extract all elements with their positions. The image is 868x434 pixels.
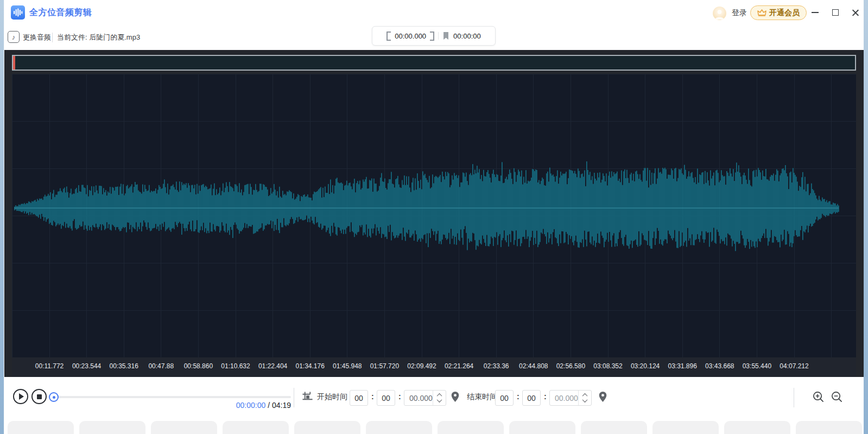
colon: : <box>544 377 547 418</box>
zoom-in-button[interactable] <box>812 390 825 403</box>
colon: : <box>517 377 519 418</box>
axis-tick-label: 01:22.404 <box>258 362 287 370</box>
desktop-background-left <box>0 0 4 434</box>
start-minutes-input[interactable]: 00 <box>377 390 395 406</box>
change-audio-button[interactable]: 更换音频 <box>23 25 51 50</box>
divider <box>438 32 439 40</box>
zoom-out-button[interactable] <box>830 390 843 403</box>
slider-track[interactable] <box>49 396 291 398</box>
right-bracket-icon <box>430 32 434 41</box>
select-range-button[interactable] <box>301 390 314 403</box>
effect-card[interactable] <box>366 421 432 434</box>
crown-icon <box>757 9 766 17</box>
chevron-down-icon[interactable] <box>582 397 588 402</box>
axis-tick-label: 03:20.124 <box>631 362 660 370</box>
colon: : <box>371 377 374 418</box>
start-time-label: 开始时间 <box>317 377 347 418</box>
effect-card[interactable] <box>294 421 360 434</box>
effect-card[interactable] <box>223 421 289 434</box>
axis-tick-label: 03:08.352 <box>593 362 622 370</box>
equalizer-icon <box>13 8 23 17</box>
axis-tick-label: 03:31.896 <box>668 362 696 370</box>
axis-tick-label: 00:35.316 <box>109 362 138 370</box>
minimize-icon <box>812 12 819 13</box>
zoom-out-icon <box>831 391 842 402</box>
minimize-button[interactable] <box>808 6 822 19</box>
effect-card[interactable] <box>796 421 862 434</box>
maximize-icon <box>832 9 839 16</box>
playback-control-bar: 00:00:00 / 04:19 开始时间 00 : 00 : 00.000 结… <box>4 377 864 418</box>
axis-tick-label: 00:11.772 <box>35 362 64 370</box>
effect-card[interactable] <box>79 421 145 434</box>
axis-tick-label: 02:09.492 <box>407 362 436 370</box>
mark-end-button[interactable] <box>596 390 609 403</box>
axis-tick-label: 00:23.544 <box>72 362 101 370</box>
current-time: 00:00:00 <box>236 401 266 410</box>
app-title: 全方位音频剪辑 <box>29 0 92 25</box>
divider <box>294 388 294 407</box>
axis-tick-label: 01:45.948 <box>333 362 362 370</box>
minimap-selection-handle[interactable] <box>13 56 15 70</box>
maximize-button[interactable] <box>828 6 842 19</box>
location-pin-icon <box>451 391 460 402</box>
start-hours-input[interactable]: 00 <box>350 390 368 406</box>
axis-tick-label: 02:44.808 <box>519 362 548 370</box>
current-file-label: 当前文件: 后陡门的夏.mp3 <box>57 25 140 50</box>
location-pin-icon <box>598 391 607 402</box>
axis-tick-label: 00:47.88 <box>148 362 174 370</box>
close-icon <box>852 9 859 16</box>
effect-card[interactable] <box>8 421 74 434</box>
start-seconds-input[interactable]: 00.000 <box>404 390 446 406</box>
user-avatar[interactable] <box>713 7 726 20</box>
person-icon <box>713 7 726 20</box>
selection-time-chip[interactable]: 00:00.000 00:00:00 <box>372 26 496 46</box>
time-axis: 00:11.77200:23.54400:35.31600:47.8800:58… <box>12 357 856 377</box>
login-link[interactable]: 登录 <box>732 0 747 25</box>
effect-card[interactable] <box>652 421 719 434</box>
waveform-plot[interactable] <box>12 74 856 357</box>
play-button[interactable] <box>13 389 28 404</box>
close-button[interactable] <box>848 6 862 19</box>
axis-tick-label: 04:07.212 <box>780 362 808 370</box>
slider-handle[interactable] <box>49 392 59 402</box>
axis-tick-label: 02:21.264 <box>445 362 473 370</box>
axis-tick-label: 03:43.668 <box>705 362 734 370</box>
play-icon <box>19 393 24 400</box>
stop-button[interactable] <box>31 389 47 404</box>
waveform-graphic <box>12 74 856 357</box>
axis-tick-label: 03:55.440 <box>743 362 771 370</box>
effect-card[interactable] <box>438 421 504 434</box>
app-logo-icon <box>11 5 25 20</box>
music-note-icon: ♪ <box>8 31 20 43</box>
crop-icon <box>302 391 313 402</box>
end-minutes-input[interactable]: 00 <box>522 390 541 406</box>
effect-card[interactable] <box>509 421 575 434</box>
selection-time-value: 00:00.000 <box>395 32 426 40</box>
vip-upgrade-button[interactable]: 开通会员 <box>750 5 807 20</box>
end-seconds-input[interactable]: 00.000 <box>549 390 592 406</box>
zoom-in-icon <box>813 391 824 402</box>
toolbar: ♪ 更换音频 当前文件: 后陡门的夏.mp3 00:00.000 00:00:0… <box>4 25 864 50</box>
total-time: 04:19 <box>272 401 291 410</box>
effect-card[interactable] <box>724 421 790 434</box>
effects-card-row <box>4 418 864 434</box>
end-time-label: 结束时间 <box>467 377 497 418</box>
left-bracket-icon <box>387 32 391 41</box>
waveform-panel: 00:11.77200:23.54400:35.31600:47.8800:58… <box>4 50 864 377</box>
time-divider: / <box>265 401 272 410</box>
effect-card[interactable] <box>581 421 647 434</box>
end-seconds-stepper[interactable] <box>578 391 591 405</box>
axis-tick-label: 00:58.860 <box>184 362 213 370</box>
end-hours-input[interactable]: 00 <box>495 390 514 406</box>
marker-time-value: 00:00:00 <box>453 32 481 40</box>
mark-start-button[interactable] <box>448 390 461 403</box>
stop-icon <box>37 394 42 399</box>
waveform-minimap[interactable] <box>12 55 856 71</box>
effect-card[interactable] <box>151 421 217 434</box>
start-seconds-value: 00.000 <box>409 394 433 402</box>
start-seconds-stepper[interactable] <box>433 391 446 405</box>
bookmark-icon <box>442 32 449 40</box>
divider <box>794 388 794 407</box>
chevron-down-icon[interactable] <box>437 397 442 402</box>
player-time: 00:00:00 / 04:19 <box>167 401 291 410</box>
